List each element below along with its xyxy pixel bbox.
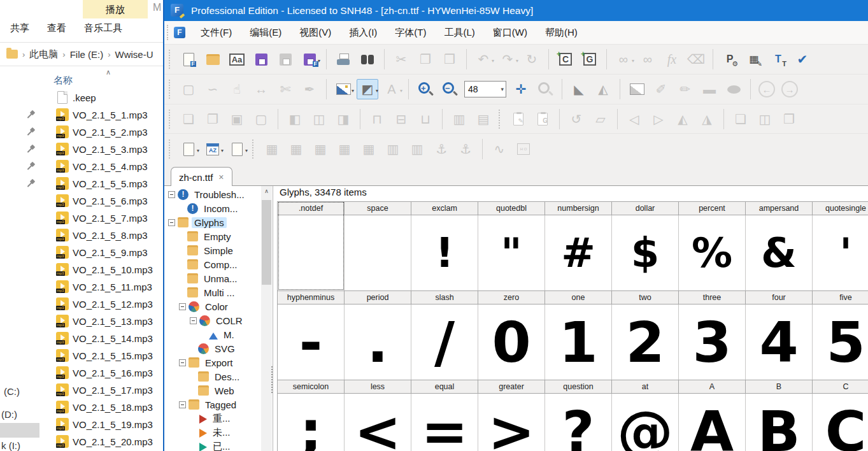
zoom-level-combo[interactable]: 48▾	[464, 81, 506, 97]
glyph-cell-zero[interactable]: zero0	[478, 290, 545, 380]
document-tab[interactable]: zh-cn.ttf ×	[171, 167, 232, 187]
tree-item-m[interactable]: M.	[164, 327, 261, 341]
toolbar-grip[interactable]	[252, 140, 255, 159]
tree-item-[interactable]: 已...	[164, 440, 261, 451]
glyph-cell-.notdef[interactable]: .notdef	[278, 201, 345, 290]
tree-item-svg[interactable]: SVG	[164, 341, 261, 355]
file-row[interactable]: VO_2.1_5_15.mp3	[0, 347, 178, 364]
file-row[interactable]: VO_2.1_5_7.mp3	[0, 210, 178, 227]
toolbar-grip[interactable]	[169, 50, 172, 69]
properties-button[interactable]: P⚙	[719, 49, 741, 69]
glyph-cell-at[interactable]: at@	[612, 380, 679, 451]
sort-glyphs-button[interactable]: ▾	[202, 139, 224, 159]
file-row[interactable]: VO_2.1_5_10.mp3	[0, 261, 178, 278]
tree-item-color[interactable]: Color	[164, 299, 261, 313]
breadcrumb-item[interactable]: 此电脑	[29, 48, 58, 61]
tree-item-multi[interactable]: Multi ...	[164, 285, 261, 299]
glyph-cell-question[interactable]: question?	[545, 380, 612, 451]
breadcrumb-item[interactable]: Wwise-U	[115, 49, 153, 60]
glyph-cell-equal[interactable]: equal=	[411, 380, 478, 451]
glyph-cell-B[interactable]: BB	[746, 380, 813, 451]
tree-item-[interactable]: 重...	[164, 412, 261, 426]
sort-ascending-icon[interactable]: ∧	[106, 68, 111, 76]
file-row[interactable]: VO_2.1_5_8.mp3	[0, 227, 178, 244]
contour-fill-button[interactable]: ◣	[568, 79, 590, 99]
file-row[interactable]: .keep	[0, 89, 178, 106]
nav-selected-item[interactable]	[0, 423, 39, 438]
tree-item-empty[interactable]: Empty	[164, 229, 261, 243]
glyph-cell-C[interactable]: CC	[813, 380, 868, 451]
toolbar-grip[interactable]	[499, 110, 502, 129]
file-row[interactable]: VO_2.1_5_16.mp3	[0, 364, 178, 382]
close-tab-icon[interactable]: ×	[218, 172, 224, 182]
file-row[interactable]: VO_2.1_5_2.mp3	[0, 124, 178, 141]
explorer-address-bar[interactable]: ›此电脑›File (E:)›Wwise-U	[0, 42, 178, 66]
menu-item-2[interactable]: 视图(V)	[290, 21, 340, 44]
glyph-cell-five[interactable]: five5	[813, 290, 868, 380]
contour-points-button[interactable]: ◭	[592, 79, 614, 99]
explorer-tab-2[interactable]: 音乐工具	[84, 22, 122, 34]
file-row[interactable]: VO_2.1_5_11.mp3	[0, 278, 178, 296]
zoom-in-button[interactable]: +	[415, 79, 436, 99]
glyph-cell-three[interactable]: three3	[679, 290, 746, 380]
save-font-button[interactable]	[250, 49, 272, 69]
zoom-out-button[interactable]: −	[439, 79, 460, 99]
toolbar-grip[interactable]	[169, 140, 172, 159]
toolbar-grip[interactable]	[169, 80, 172, 99]
tree-item-troublesh[interactable]: !Troublesh...	[164, 187, 261, 201]
file-row[interactable]: VO_2.1_5_4.mp3	[0, 158, 178, 175]
open-font-button[interactable]	[202, 49, 224, 69]
tree-item-export[interactable]: Export	[164, 355, 261, 369]
drive-label-c[interactable]: (C:)	[4, 386, 20, 397]
title-bar[interactable]: F Professional Edition - Licensed to SNH…	[164, 0, 868, 21]
explorer-name-column-header[interactable]: 名称	[53, 75, 73, 87]
glyph-cell-dollar[interactable]: dollar$	[612, 201, 679, 290]
tree-item-des[interactable]: Des...	[164, 369, 261, 383]
drive-label-i[interactable]: k (I:)	[1, 440, 20, 451]
save-as-button[interactable]: F▾	[299, 49, 320, 69]
file-row[interactable]: VO_2.1_5_14.mp3	[0, 330, 178, 347]
tree-expand-icon[interactable]	[190, 317, 197, 324]
glyph-cell-semicolon[interactable]: semicolon;	[278, 380, 345, 451]
file-row[interactable]: VO_2.1_5_9.mp3	[0, 244, 178, 261]
glyph-cell-one[interactable]: one1	[545, 290, 612, 380]
new-glyph-button[interactable]: ▾	[178, 139, 199, 159]
menu-item-0[interactable]: 文件(F)	[192, 21, 241, 44]
glyph-cell-numbersign[interactable]: numbersign#	[545, 201, 612, 290]
preview-mode-button[interactable]: ▾	[332, 79, 354, 99]
menubar-grip[interactable]	[167, 25, 170, 40]
file-row[interactable]: VO_2.1_5_12.mp3	[0, 296, 178, 313]
glyph-cell-exclam[interactable]: exclam!	[411, 201, 478, 290]
open-installed-font-button[interactable]: Aa	[226, 49, 248, 69]
font-tables-button[interactable]: ▦✎	[743, 49, 765, 69]
menu-item-7[interactable]: 帮助(H)	[536, 21, 587, 44]
find-button[interactable]	[357, 49, 378, 69]
tree-item-tagged[interactable]: Tagged	[164, 397, 261, 412]
file-row[interactable]: VO_2.1_5_13.mp3	[0, 313, 178, 330]
glyph-cell-greater[interactable]: greater>	[478, 380, 545, 451]
add-characters-button[interactable]: C+	[555, 49, 576, 69]
print-button[interactable]	[332, 49, 354, 69]
tree-item-web[interactable]: Web	[164, 383, 261, 397]
glyph-cell-two[interactable]: two2	[612, 290, 679, 380]
tree-expand-icon[interactable]	[179, 359, 186, 366]
tree-item-colr[interactable]: COLR	[164, 313, 261, 327]
menu-item-1[interactable]: 编辑(E)	[241, 21, 290, 44]
breadcrumb-item[interactable]: File (E:)	[70, 49, 104, 60]
transform-button[interactable]: TT	[767, 49, 789, 69]
tree-item-glyphs[interactable]: Glyphs	[164, 215, 261, 229]
new-font-button[interactable]: F	[178, 49, 199, 69]
file-row[interactable]: VO_2.1_5_17.mp3	[0, 382, 178, 399]
glyph-cell-A[interactable]: AA	[679, 380, 746, 451]
glyph-cell-hyphenminus[interactable]: hyphenminus-	[278, 290, 345, 380]
tree-expand-icon[interactable]	[179, 401, 186, 408]
toolbar-grip[interactable]	[169, 110, 172, 129]
fit-to-window-button[interactable]: ✛	[510, 79, 532, 99]
glyph-comment-button[interactable]: ▾	[226, 139, 248, 159]
glyph-cell-period[interactable]: period.	[345, 290, 411, 380]
file-row[interactable]: VO_2.1_5_3.mp3	[0, 141, 178, 158]
tree-item-comp[interactable]: Comp...	[164, 257, 261, 271]
tree-expand-icon[interactable]	[179, 303, 186, 310]
fill-outline-mode-button[interactable]: ◩▾	[357, 79, 378, 99]
tree-item-simple[interactable]: Simple	[164, 243, 261, 257]
